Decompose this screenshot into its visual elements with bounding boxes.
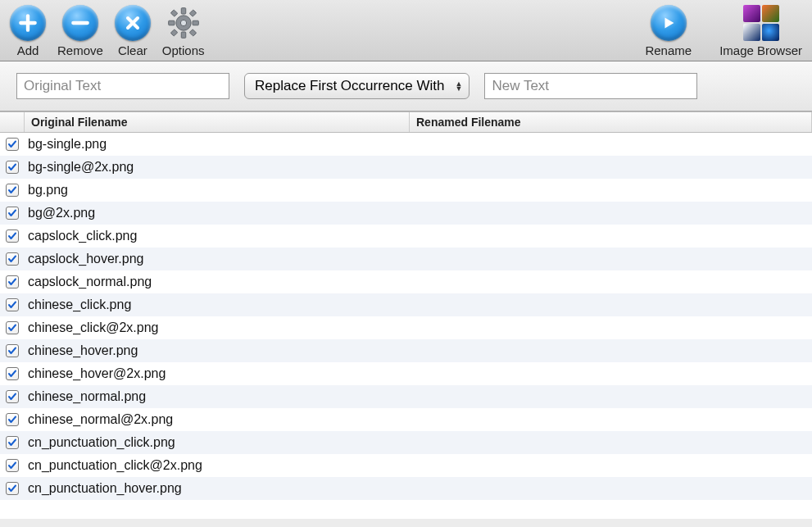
table-row[interactable]: chinese_click.png [0,293,812,316]
original-filename: chinese_hover.png [25,343,410,358]
original-filename: capslock_click.png [25,229,410,243]
original-filename: cn_punctuation_click.png [25,435,410,450]
table-row[interactable]: bg-single.png [0,133,812,156]
gear-icon [166,5,202,41]
original-filename: chinese_click@2x.png [25,320,410,335]
checkbox-icon [6,413,19,426]
checkbox-icon [6,344,19,357]
checkbox-icon [6,482,19,495]
column-original[interactable]: Original Filename [25,112,410,132]
add-button[interactable]: Add [10,5,46,57]
original-filename: bg-single@2x.png [25,160,410,175]
row-checkbox[interactable] [0,367,25,380]
checkbox-icon [6,459,19,472]
rename-button[interactable]: Rename [645,5,692,57]
svg-rect-6 [189,10,196,16]
new-text-input[interactable] [484,73,697,99]
row-checkbox[interactable] [0,321,25,334]
table-row[interactable]: bg@2x.png [0,202,812,225]
file-table: Original Filename Renamed Filename bg-si… [0,111,812,519]
row-checkbox[interactable] [0,138,25,151]
table-row[interactable]: cn_punctuation_click.png [0,431,812,454]
column-renamed[interactable]: Renamed Filename [410,112,812,132]
row-checkbox[interactable] [0,184,25,197]
original-filename: bg-single.png [25,137,410,152]
svg-point-9 [180,20,186,25]
original-filename: chinese_click.png [25,298,410,312]
minus-icon [62,5,98,41]
table-row[interactable]: capslock_click.png [0,225,812,248]
table-row[interactable]: cn_punctuation_click@2x.png [0,454,812,477]
image-browser-button[interactable]: Image Browser [719,5,802,57]
original-filename: chinese_normal.png [25,389,410,404]
original-filename: bg@2x.png [25,206,410,220]
row-checkbox[interactable] [0,436,25,449]
remove-label: Remove [57,43,103,57]
checkbox-icon [6,390,19,403]
checkbox-icon [6,436,19,449]
svg-rect-1 [181,8,186,14]
image-browser-icon [743,5,779,41]
replace-mode-label: Replace First Occurrence With [255,78,444,94]
original-filename: chinese_normal@2x.png [25,412,410,427]
row-checkbox[interactable] [0,413,25,426]
checkbox-icon [6,275,19,288]
table-row[interactable]: cn_punctuation_hover.png [0,477,812,500]
checkbox-icon [6,321,19,334]
clear-button[interactable]: Clear [115,5,151,57]
column-check[interactable] [0,112,25,132]
original-filename: cn_punctuation_click@2x.png [25,458,410,473]
checkbox-icon [6,184,19,197]
table-row[interactable]: chinese_click@2x.png [0,316,812,339]
checkbox-icon [6,161,19,174]
add-label: Add [17,43,39,57]
rename-label: Rename [645,43,692,57]
updown-icon: ▲▼ [456,81,463,91]
svg-rect-8 [189,30,196,36]
filter-bar: Replace First Occurrence With ▲▼ [0,61,812,111]
svg-rect-4 [193,20,198,25]
row-checkbox[interactable] [0,390,25,403]
table-row[interactable]: bg-single@2x.png [0,156,812,179]
checkbox-icon [6,367,19,380]
x-icon [115,5,151,41]
options-button[interactable]: Options [162,5,205,57]
row-checkbox[interactable] [0,344,25,357]
original-filename: capslock_normal.png [25,275,410,289]
plus-icon [10,5,46,41]
table-row[interactable]: capslock_normal.png [0,270,812,293]
original-filename: cn_punctuation_hover.png [25,481,410,496]
options-label: Options [162,43,205,57]
checkbox-icon [6,229,19,243]
svg-rect-2 [181,32,186,38]
row-checkbox[interactable] [0,459,25,472]
row-checkbox[interactable] [0,207,25,220]
table-header: Original Filename Renamed Filename [0,112,812,133]
table-body: bg-single.pngbg-single@2x.pngbg.pngbg@2x… [0,133,812,500]
svg-rect-5 [170,10,177,16]
checkbox-icon [6,252,19,266]
original-filename: bg.png [25,183,410,198]
original-filename: capslock_hover.png [25,252,410,266]
table-row[interactable]: bg.png [0,179,812,202]
svg-rect-7 [170,30,177,36]
table-row[interactable]: chinese_normal.png [0,385,812,408]
play-icon [651,5,687,41]
replace-mode-select[interactable]: Replace First Occurrence With ▲▼ [244,73,470,99]
row-checkbox[interactable] [0,252,25,266]
row-checkbox[interactable] [0,298,25,311]
image-browser-label: Image Browser [719,43,802,57]
checkbox-icon [6,138,19,151]
row-checkbox[interactable] [0,161,25,174]
checkbox-icon [6,298,19,311]
table-row[interactable]: chinese_hover@2x.png [0,362,812,385]
remove-button[interactable]: Remove [57,5,103,57]
row-checkbox[interactable] [0,482,25,495]
row-checkbox[interactable] [0,229,25,243]
table-row[interactable]: chinese_normal@2x.png [0,408,812,431]
clear-label: Clear [118,43,147,57]
table-row[interactable]: capslock_hover.png [0,248,812,270]
table-row[interactable]: chinese_hover.png [0,339,812,362]
row-checkbox[interactable] [0,275,25,288]
original-text-input[interactable] [16,73,229,99]
